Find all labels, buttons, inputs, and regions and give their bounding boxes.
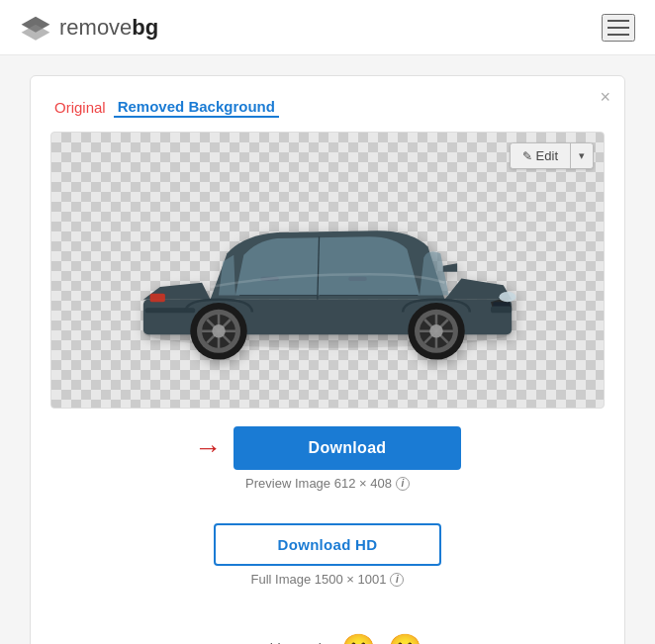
svg-rect-11 [150,294,165,302]
svg-rect-8 [348,277,367,281]
download-row: → Download [50,426,605,470]
hamburger-line-3 [608,34,629,36]
rate-sad-button[interactable]: 🙁 [388,635,422,644]
svg-rect-13 [491,306,512,313]
logo-text: removebg [59,15,158,41]
main-content: × Original Removed Background ✎ Edit ▾ [0,55,655,644]
pencil-icon: ✎ [522,149,532,163]
edit-button[interactable]: ✎ Edit [511,143,571,168]
hamburger-line-1 [608,20,629,22]
tab-bar: Original Removed Background [50,96,605,118]
hamburger-line-2 [608,27,629,29]
car-image [110,178,545,362]
download-button[interactable]: Download [234,426,461,470]
chevron-down-icon: ▾ [579,149,585,161]
app-header: removebg [0,0,655,55]
download-hd-button[interactable]: Download HD [214,523,441,566]
rate-section: Rate this result: 🙂 🙁 [233,627,421,644]
preview-info: Preview Image 612 × 408 i [245,476,410,491]
result-card: × Original Removed Background ✎ Edit ▾ [30,75,625,644]
logo: removebg [20,15,158,41]
car-image-container [51,133,604,408]
full-info: Full Image 1500 × 1001 i [251,572,405,587]
download-section: → Download Preview Image 612 × 408 i Dow… [50,426,605,644]
edit-label: Edit [536,148,558,163]
full-info-icon[interactable]: i [390,573,404,587]
edit-dropdown-button[interactable]: ▾ [571,143,593,168]
svg-rect-12 [145,308,196,313]
happy-face-icon: 🙂 [341,633,376,644]
arrow-right-icon: → [194,434,222,462]
menu-button[interactable] [602,14,635,42]
close-button[interactable]: × [600,88,610,106]
logo-icon [20,15,51,41]
svg-point-10 [499,292,515,302]
result-image-area: ✎ Edit ▾ [50,132,605,409]
tab-original[interactable]: Original [50,97,110,118]
edit-button-group: ✎ Edit ▾ [510,142,594,169]
preview-info-icon[interactable]: i [396,477,410,491]
rate-happy-button[interactable]: 🙂 [341,635,376,644]
tab-removed-background[interactable]: Removed Background [114,96,279,118]
sad-face-icon: 🙁 [388,633,422,644]
